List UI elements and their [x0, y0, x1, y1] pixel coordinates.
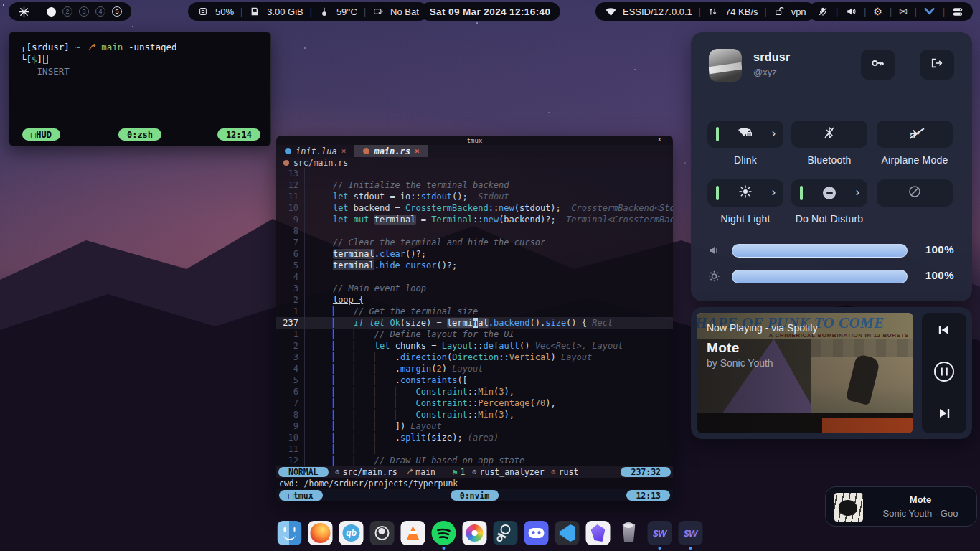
- code-line[interactable]: 9 let mut terminal = Terminal::new(backe…: [276, 214, 673, 225]
- workspace-3[interactable]: 3: [79, 6, 89, 17]
- launcher-sparkle-icon[interactable]: [18, 6, 29, 17]
- workspace-4[interactable]: 4: [95, 6, 105, 17]
- microphone-muted-icon[interactable]: [817, 6, 829, 17]
- dock-app-w1[interactable]: $W: [648, 521, 672, 545]
- code-line[interactable]: 2 ▏ ▏ let chunks = Layout::default() Vec…: [276, 340, 673, 352]
- code-line[interactable]: 1 ▏ ▏ // Define layout for the UI: [276, 329, 673, 340]
- toggle-dlink[interactable]: ›: [707, 121, 783, 148]
- code-line[interactable]: 11 ▏ ▏ ▏: [276, 443, 673, 455]
- unlocked-padlock-icon: [773, 6, 785, 17]
- dock-file-manager[interactable]: [278, 521, 302, 545]
- wifi-lock-icon: [738, 126, 753, 142]
- brightness-slider[interactable]: [732, 270, 908, 283]
- mail-tray-icon[interactable]: ✉: [899, 6, 908, 17]
- code-line[interactable]: 1 ▏ // Get the terminal size: [276, 306, 673, 317]
- clock-pill[interactable]: Sat 09 Mar 2024 12:16:40: [420, 2, 560, 21]
- next-track-button[interactable]: [936, 406, 952, 423]
- code-line[interactable]: 9 ▏ ▏ ▏ ]) Layout: [276, 420, 673, 432]
- dock-trash[interactable]: [617, 521, 641, 545]
- notification-body: Sonic Youth - Goo: [869, 508, 972, 519]
- pause-button[interactable]: [933, 361, 955, 385]
- editor-window[interactable]: tmux x init.lua × main.rs × src/main.rs …: [276, 136, 673, 501]
- toggle-do-not-disturb[interactable]: ›: [791, 179, 867, 207]
- tmux-session-pill[interactable]: 0:nvim: [451, 490, 499, 501]
- workspace-5[interactable]: 5: [112, 6, 122, 17]
- dock-firefox[interactable]: [308, 521, 333, 545]
- tab-main-rs[interactable]: main.rs ×: [354, 145, 428, 157]
- workspace-2[interactable]: 2: [62, 6, 72, 17]
- chevron-right-icon[interactable]: ›: [856, 185, 859, 199]
- code-line[interactable]: 10 let backend = CrosstermBackend::new(s…: [276, 202, 673, 214]
- dock-app-w2[interactable]: $W: [679, 521, 703, 545]
- tmux-window-pill[interactable]: □ tmux: [279, 490, 323, 501]
- window-titlebar[interactable]: tmux x: [276, 136, 673, 145]
- vpn-label: vpn: [791, 6, 806, 17]
- dock-vscode[interactable]: [555, 521, 580, 545]
- dock-steam[interactable]: [494, 521, 518, 545]
- code-line[interactable]: 12 // Initialize the terminal backend: [276, 179, 673, 191]
- code-line[interactable]: 10 ▏ ▏ ▏ .split(size); (area): [276, 432, 673, 443]
- window-close-button[interactable]: x: [658, 136, 661, 143]
- key-icon: [871, 57, 885, 72]
- toggle-airplane-mode[interactable]: ✈: [877, 121, 953, 148]
- code-line[interactable]: 4: [276, 271, 673, 283]
- code-line[interactable]: 13: [276, 168, 673, 179]
- buffer-tabline: init.lua × main.rs ×: [276, 145, 673, 157]
- notification-title: Mote: [869, 494, 972, 505]
- keyring-button[interactable]: [861, 50, 895, 80]
- code-line[interactable]: 2 loop {: [276, 294, 673, 306]
- statusline-file: src/main.rs: [343, 467, 397, 477]
- code-line[interactable]: 5 ▏ ▏ ▏ .constraints([: [276, 375, 673, 386]
- dock-obs[interactable]: [370, 521, 395, 545]
- minus-circle-icon: [823, 187, 836, 199]
- code-line[interactable]: 8 ▏ ▏ ▏ ▏ Constraint::Min(3),: [276, 409, 673, 420]
- code-line[interactable]: 12 ▏ ▏ // Draw UI based on app state: [276, 455, 673, 466]
- code-line[interactable]: 3 ▏ ▏ ▏ .direction(Direction::Vertical) …: [276, 352, 673, 363]
- tab-init-lua[interactable]: init.lua ×: [276, 145, 354, 157]
- chevron-down-icon[interactable]: [924, 6, 936, 17]
- code-line[interactable]: 6 terminal.clear()?;: [276, 248, 673, 260]
- vim-mode-pill: NORMAL: [278, 467, 329, 477]
- dock-spotify[interactable]: [432, 521, 456, 545]
- code-line[interactable]: 5 terminal.hide_cursor()?;: [276, 260, 673, 271]
- session-badge[interactable]: 0:zsh: [118, 128, 161, 141]
- dock-vlc[interactable]: [401, 521, 425, 545]
- tab-close-icon[interactable]: ×: [415, 146, 420, 156]
- media-notification[interactable]: Mote Sonic Youth - Goo: [825, 486, 977, 527]
- code-line[interactable]: 3 // Main event loop: [276, 283, 673, 294]
- code-line[interactable]: 6 ▏ ▏ ▏ ▏ Constraint::Min(3),: [276, 386, 673, 397]
- layout-switcher-icon[interactable]: [952, 6, 963, 17]
- logout-button[interactable]: [920, 50, 954, 80]
- datetime: Sat 09 Mar 2024 12:16:40: [430, 6, 551, 17]
- temperature: 59°C: [336, 6, 357, 17]
- terminal-window[interactable]: ┌[srdusr] ~ ⎇ main -unstaged └[$] -- INS…: [9, 32, 271, 146]
- volume-slider[interactable]: [732, 244, 908, 258]
- toggle-blocked[interactable]: [877, 179, 953, 207]
- hud-badge[interactable]: □ HUD: [22, 128, 60, 141]
- dock-obsidian[interactable]: [586, 521, 611, 545]
- code-line[interactable]: 11 let stdout = io::stdout(); Stdout: [276, 191, 673, 202]
- code-line[interactable]: 7 // Clear the terminal and hide the cur…: [276, 237, 673, 248]
- user-avatar[interactable]: [709, 49, 742, 82]
- album-art[interactable]: SHAPE OF PUNK TO COME A CHIMERICAL BOMBI…: [697, 313, 913, 433]
- code-line[interactable]: 8: [276, 225, 673, 237]
- toggle-bluetooth[interactable]: [791, 121, 867, 148]
- chevron-right-icon[interactable]: ›: [772, 185, 776, 199]
- settings-gear-icon[interactable]: ⚙: [873, 6, 882, 17]
- dock-photos[interactable]: [463, 521, 487, 545]
- workspace-1-active[interactable]: [47, 7, 56, 17]
- brightness-value: 100%: [925, 269, 954, 281]
- previous-track-button[interactable]: [936, 323, 952, 340]
- tab-close-icon[interactable]: ×: [341, 146, 347, 156]
- code-line[interactable]: 7 ▏ ▏ ▏ ▏ Constraint::Percentage(70),: [276, 397, 673, 409]
- toggle-night-light[interactable]: ›: [707, 179, 783, 207]
- code-line[interactable]: 4 ▏ ▏ ▏ .margin(2) Layout: [276, 363, 673, 375]
- code-line[interactable]: 237 ▏ if let Ok(size) = terminal.backend…: [276, 317, 673, 329]
- git-state: -unstaged: [123, 42, 176, 52]
- chevron-right-icon[interactable]: ›: [772, 126, 776, 141]
- track-artist: by Sonic Youth: [707, 357, 773, 369]
- speaker-icon[interactable]: [845, 6, 857, 17]
- dock-qbittorrent[interactable]: qb: [339, 521, 364, 545]
- user-name: srdusr: [753, 51, 791, 64]
- dock-discord[interactable]: [524, 521, 549, 545]
